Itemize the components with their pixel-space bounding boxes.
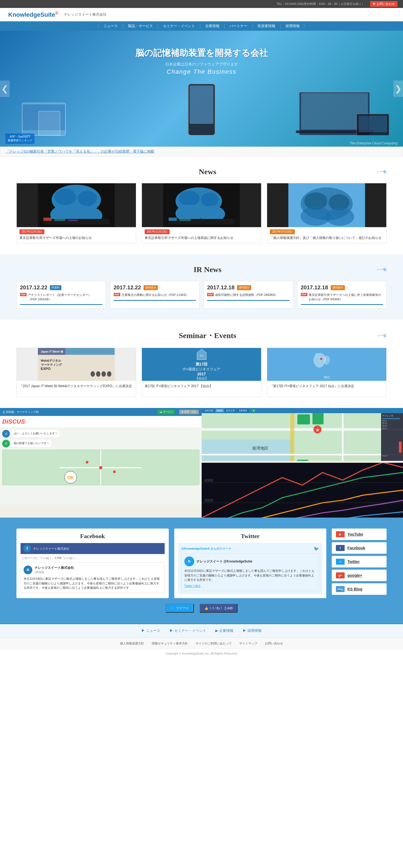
like-icon: 👍 — [205, 606, 209, 610]
footer-terms-link[interactable]: サイトのご利用にあたって — [196, 642, 232, 645]
fb-company-name: ナレッジスイート株式会社 — [33, 547, 69, 551]
ir-card[interactable]: 2017.12.22 適時開示 PDF 主要株主の異動に関するお知らせ（PDF:… — [110, 281, 200, 309]
tw-footer: Twitterで表示 — [184, 584, 316, 588]
news-title: News — [38, 167, 377, 176]
svg-text:OK: OK — [67, 475, 74, 480]
ir-date: 2017.12.22 — [20, 284, 48, 291]
seminar-card[interactable]: Japan IT Week 秋 Web&デジタル マーケティング EXPO 『2… — [17, 348, 136, 397]
svg-rect-51 — [202, 439, 292, 461]
svg-text:Japan IT Week 秋: Japan IT Week 秋 — [41, 350, 64, 353]
ir-pdf-item: PDF 成長可能性に関する説明資料（PDF:2893KB） — [207, 293, 289, 297]
chat-avatar: 武 — [2, 430, 10, 438]
footer-security-link[interactable]: 情報セキュリティ基本方針 — [152, 642, 188, 645]
svg-point-45 — [99, 466, 102, 469]
googleplus-icon: g+ — [336, 572, 345, 579]
facebook-link[interactable]: f Facebook — [332, 542, 386, 554]
nav-news[interactable]: ニュース — [98, 24, 123, 29]
svg-rect-18 — [180, 219, 191, 221]
svg-point-35 — [107, 371, 112, 377]
crm-tab-auto[interactable]: 自動更新 — [237, 409, 249, 412]
ir-pdf-item: PDF アナリストレポート（証券リサーチセンター）（PDF:1061KB） — [20, 293, 102, 301]
chat-avatar: 田 — [2, 440, 10, 447]
social-section: Facebook f ナレッジスイート株式会社 このページに「いいね！」2,44… — [0, 518, 403, 624]
contact-button[interactable]: ▶ お問い合わせ — [370, 1, 398, 7]
ksblog-link[interactable]: Blog KS Blog — [332, 583, 386, 595]
crm-item: 製品A — [382, 422, 402, 425]
nav-products[interactable]: 製品・サービス — [123, 24, 158, 29]
ticker-link[interactable]: 「ナレッジSの極業社長「営業ノウハウを『見える化』」」の記事が日経新聞 電子版に… — [6, 149, 154, 153]
pdf-icon: PDF — [301, 293, 307, 296]
chart-ui: 5000 4000 3000 2000 実績推移グラフ — [202, 463, 403, 518]
ir-indicator — [114, 300, 196, 301]
crm-tab-todo[interactable]: ToDo — [216, 409, 224, 412]
twitter-bird-icon: 🐦 — [314, 546, 319, 551]
social-action-bar: 🐦 ツイート 👍 いいね！ 2,449 — [17, 603, 386, 613]
news-card[interactable]: 2017年07月20日 「個人情報保護方針」及び「個人情報の取り扱いについて」改… — [267, 183, 386, 243]
seminar-card[interactable]: 仙台 『第17回 IT×環境ビジネスフェア 2017 仙台』に出展決定 — [267, 348, 386, 397]
ir-pdf-item: PDF 東京証券取引所マザーズへの上場に伴う決算情報等のお知らせ（PDF:843… — [301, 293, 383, 301]
tw-poster-name: ナレッジスイート @KnowledgeSuite — [196, 559, 252, 564]
ir-text: 主要株主の異動に関するお知らせ（PDF:113KB） — [122, 293, 189, 297]
svg-point-24 — [326, 208, 354, 226]
pdf-icon: PDF — [207, 293, 214, 296]
ir-news-section: IR News ＞一覧 2017.12.22 IR資料 PDF アナリストレポー… — [0, 254, 403, 319]
svg-text:港湾地区: 港湾地区 — [252, 446, 268, 451]
news-card[interactable]: 2017年12月18日 東京証券取引所マザーズ市場への上場のお知らせ — [17, 183, 136, 243]
ir-card[interactable]: 2017.12.18 適時開示 PDF 東京証券取引所マザーズへの上場に伴う決算… — [297, 281, 387, 309]
googleplus-link[interactable]: g+ google+ — [332, 569, 386, 581]
logo[interactable]: KnowledgeSuite® ナレッジスイート株式会社 — [8, 11, 106, 18]
hero-subtitle: 日本企業は日本のソフトウェアで守ります — [5, 62, 398, 67]
news-card[interactable]: 2017年11月13日 東京証券取引所マザーズ市場への上場承認に関するお知らせ — [142, 183, 261, 243]
discus-settings-btn[interactable]: ⚙ 管理・設定 — [179, 410, 199, 414]
footer-nav-recruit[interactable]: ▶ 採用情報 — [243, 628, 261, 633]
svg-point-38 — [320, 358, 322, 360]
seminar-section: Seminar・Events ＞一覧 Japan IT Week 秋 Web&デ… — [0, 319, 403, 408]
nav-company[interactable]: 企業情報 — [200, 24, 225, 29]
footer-nav-company[interactable]: ▶ 企業情報 — [215, 628, 234, 633]
ir-card[interactable]: 2017.12.18 適時開示 PDF 成長可能性に関する説明資料（PDF:28… — [204, 281, 293, 309]
nav-ir[interactable]: 投資家情報 — [253, 24, 281, 29]
footer-sitemap-link[interactable]: サイトマップ — [239, 642, 257, 645]
nav-recruit[interactable]: 採用情報 — [281, 24, 305, 29]
product-screenshots: ❮ 武田陽：マーケティング部 ☁ サービス ⚙ 管理・設定 DiSCUS 武 は… — [0, 408, 403, 518]
hero-next-button[interactable]: ❯ — [394, 81, 403, 97]
svg-rect-56 — [297, 414, 310, 425]
crm-bar — [382, 418, 400, 419]
crm-tab-base[interactable]: 基本位置 — [225, 409, 236, 412]
crm-tab-clients[interactable]: 顧客登録 — [203, 409, 215, 412]
ir-text: 東京証券取引所マザーズへの上場に伴う決算情報等のお知らせ（PDF:843KB） — [309, 293, 383, 301]
svg-rect-7 — [43, 218, 52, 221]
tweet-button[interactable]: 🐦 ツイート — [165, 603, 194, 613]
header: KnowledgeSuite® ナレッジスイート株式会社 — [0, 8, 403, 21]
twitter-link[interactable]: t Twitter — [332, 556, 386, 567]
nav-partner[interactable]: パートナー — [225, 24, 253, 29]
ir-card[interactable]: 2017.12.22 IR資料 PDF アナリストレポート（証券リサーチセンター… — [17, 281, 106, 309]
svg-text:マーケティング: マーケティング — [41, 363, 62, 366]
footer-privacy-link[interactable]: 個人情報保護方針 — [120, 642, 144, 645]
nav-seminar[interactable]: セミナー・イベント — [158, 24, 200, 29]
svg-text:仙台: 仙台 — [324, 375, 330, 379]
like-button[interactable]: 👍 いいね！ 2,449 — [199, 603, 238, 613]
crm-toggle[interactable]: ● — [251, 409, 256, 412]
footer-links: 個人情報保護方針 情報セキュリティ基本方針 サイトのご利用にあたって サイトマッ… — [0, 637, 403, 649]
news-section: News ＞一覧 2017年12月18日 東京証券取 — [0, 156, 403, 254]
tw-post-header: N ナレッジスイート @KnowledgeSuite — [184, 556, 316, 566]
youtube-icon: ▶ — [336, 531, 345, 537]
crm-header-bar: 顧客登録 ToDo 基本位置 自動更新 ● — [202, 408, 403, 413]
svg-rect-58 — [297, 460, 308, 461]
ir-view-all[interactable]: ＞一覧 — [377, 268, 386, 272]
footer-nav-seminar[interactable]: ▶ セミナー・イベント — [169, 628, 206, 633]
discus-service-btn[interactable]: ☁ サービス — [158, 410, 175, 414]
footer-nav-news[interactable]: ▶ ニュース — [142, 628, 160, 633]
svg-point-34 — [102, 371, 106, 377]
seminar-view-all[interactable]: ＞一覧 — [377, 334, 386, 338]
seminar-card[interactable]: 仙台 第17回 IT×環境ビジネスフェア 2017 【仙台】 第17回 IT×環… — [142, 348, 261, 397]
fb-likes-text: このページに「いいね！」2,449「いいね！」 — [21, 556, 165, 560]
news-view-all[interactable]: ＞一覧 — [377, 169, 386, 174]
ir-badge: IR資料 — [50, 285, 61, 290]
footer-contact-link[interactable]: お問い合わせ — [265, 642, 283, 645]
discus-back-btn[interactable]: ❮ 武田陽：マーケティング部 — [3, 410, 39, 414]
tweet-icon: 🐦 — [170, 606, 175, 610]
youtube-link[interactable]: ▶ YouTube — [332, 529, 386, 540]
tw-show-link[interactable]: Twitterで表示 — [184, 584, 200, 587]
